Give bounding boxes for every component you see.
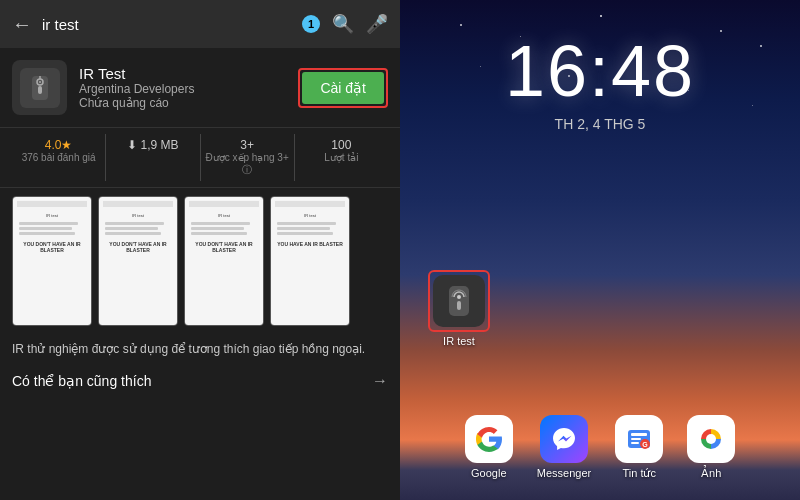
svg-point-4 [39,81,41,83]
stat-size-value: ⬇ 1,9 MB [127,138,178,152]
messenger-icon [540,415,588,463]
search-query: ir test [42,16,79,33]
clock-time: 16:48 [400,30,800,112]
stat-rating-label: 376 bài đánh giá [22,152,96,163]
install-button[interactable]: Cài đặt [302,72,384,104]
may-like-title: Có thể bạn cũng thích [12,373,151,389]
app-dock: Google Messeng [400,415,800,480]
svg-text:G: G [642,441,648,448]
back-button[interactable]: ← [12,13,32,36]
wallpaper: 16:48 TH 2, 4 THG 5 2 [400,0,800,500]
ir-icon-screen [442,284,476,318]
search-icons: 1 🔍 🎤 [302,13,388,35]
svg-point-6 [457,295,461,299]
google-app[interactable]: Google [465,415,513,480]
app-description: IR thử nghiệm được sử dụng để tương thíc… [0,334,400,364]
lock-screen-panel: 16:48 TH 2, 4 THG 5 2 [400,0,800,500]
app-developer: Argentina Developers [79,82,286,96]
screenshots-row: IR test YOU DON'T HAVE AN IR BLASTER IR … [0,188,400,334]
stat-rating: 4.0★ 376 bài đánh giá [12,134,106,181]
highlight-border [428,270,490,332]
svg-point-14 [706,434,716,444]
svg-rect-10 [631,438,641,440]
news-icon: G [615,415,663,463]
messenger-label: Messenger [537,467,591,479]
app-icon [12,60,67,115]
svg-rect-3 [38,86,42,94]
svg-rect-7 [457,301,461,310]
screenshot-1[interactable]: IR test YOU DON'T HAVE AN IR BLASTER [12,196,92,326]
app-details: IR Test Argentina Developers Chứa quảng … [79,65,286,110]
search-icon[interactable]: 🔍 [332,13,354,35]
search-bar: ← ir test 1 🔍 🎤 [0,0,400,48]
google-icon [465,415,513,463]
news-label: Tin tức [622,467,656,480]
stat-rating-age: 3+ Được xếp hạng 3+ ⓘ [201,134,295,181]
svg-rect-11 [631,442,639,444]
stats-row: 4.0★ 376 bài đánh giá ⬇ 1,9 MB 3+ Được x… [0,127,400,188]
photos-label: Ảnh [701,467,721,480]
mic-icon[interactable]: 🎤 [366,13,388,35]
stat-downloads: 100 Lượt tải [295,134,388,181]
screenshot-4[interactable]: IR test YOU HAVE AN IR BLASTER [270,196,350,326]
clock-date: TH 2, 4 THG 5 [400,116,800,132]
svg-rect-9 [631,433,647,436]
app-info-row: IR Test Argentina Developers Chứa quảng … [0,48,400,127]
photos-app[interactable]: Ảnh [687,415,735,480]
highlighted-ir-app: 2 IR test [428,270,490,347]
time-display: 16:48 TH 2, 4 THG 5 [400,30,800,132]
photos-icon [687,415,735,463]
stat-size: ⬇ 1,9 MB [106,134,200,181]
messenger-app[interactable]: Messenger [537,415,591,480]
stat-rating-value: 4.0★ [45,138,73,152]
search-input-area[interactable]: ir test [42,16,292,33]
app-tag: Chứa quảng cáo [79,96,286,110]
play-store-panel: ← ir test 1 🔍 🎤 IR Test [0,0,400,500]
install-btn-wrapper: Cài đặt [298,68,388,108]
news-app[interactable]: G Tin tức [615,415,663,480]
may-like-row: Có thể bạn cũng thích → [0,364,400,398]
ir-app-label-screen: IR test [428,335,490,347]
screenshot-3[interactable]: IR test YOU DON'T HAVE AN IR BLASTER [184,196,264,326]
stat-dl-value: 100 [331,138,351,152]
stat-age-label: Được xếp hạng 3+ ⓘ [201,152,294,177]
ir-app-icon-screen[interactable] [433,275,485,327]
may-like-arrow[interactable]: → [372,372,388,390]
ir-remote-svg [24,72,56,104]
stat-dl-label: Lượt tải [324,152,358,163]
app-name: IR Test [79,65,286,82]
stat-age-value: 3+ [240,138,254,152]
screenshot-2[interactable]: IR test YOU DON'T HAVE AN IR BLASTER [98,196,178,326]
google-label: Google [471,467,506,479]
badge-1: 1 [302,15,320,33]
